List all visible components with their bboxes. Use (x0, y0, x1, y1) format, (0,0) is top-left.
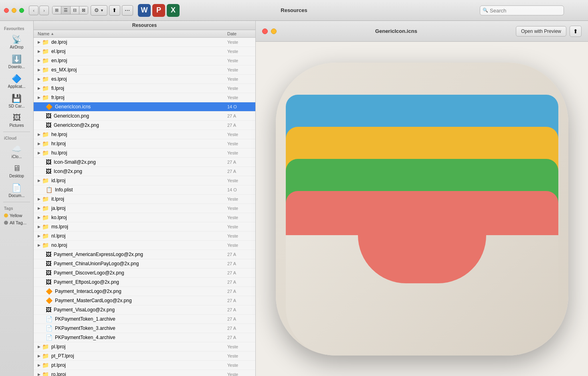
sidebar-tag-all[interactable]: All Tag... (0, 219, 33, 226)
list-item[interactable]: ▶📁id.lprojYeste (34, 176, 255, 185)
file-type-icon: 📋 (46, 187, 53, 193)
nav-arrows: ‹ › (29, 6, 49, 15)
sidebar-tag-yellow[interactable]: Yellow (0, 212, 33, 219)
file-date: Yeste (227, 206, 251, 211)
list-item[interactable]: ▶📁fr.lprojYeste (34, 93, 255, 102)
file-name: en.lproj (51, 58, 227, 63)
list-item[interactable]: 🖼Icon-Small@2x.png27 A (34, 158, 255, 167)
wallet-pocket-curve (358, 235, 486, 283)
list-item[interactable]: 📋Info.plist14 O (34, 185, 255, 195)
file-type-icon: 🖼 (46, 260, 51, 267)
file-name: Payment_InteracLogo@2x.png (55, 289, 227, 294)
maximize-button[interactable] (19, 8, 24, 13)
list-item[interactable]: ▶📁pt_PT.lprojYeste (34, 352, 255, 361)
icon-view-button[interactable]: ⊞ (53, 6, 61, 14)
list-item[interactable]: 🖼Payment_AmericanExpressLogo@2x.png27 A (34, 250, 255, 259)
minimize-button[interactable] (12, 8, 16, 13)
list-item[interactable]: 🖼GenericIcon.png27 A (34, 112, 255, 121)
file-name: fr.lproj (51, 95, 227, 100)
list-item[interactable]: 🔶GenericIcon.icns14 O (34, 102, 255, 112)
file-date: Yeste (227, 141, 251, 146)
list-item[interactable]: ▶📁en.lprojYeste (34, 56, 255, 65)
excel-app-icon[interactable]: X (167, 4, 180, 17)
list-item[interactable]: 🖼Payment_ChinaUnionPayLogo@2x.png27 A (34, 259, 255, 268)
sidebar-item-sdcard[interactable]: 💾 SD Car... (0, 91, 33, 111)
file-date: 27 A (227, 307, 251, 312)
list-item[interactable]: ▶📁pt.lprojYeste (34, 361, 255, 370)
file-type-icon: 📁 (42, 39, 49, 45)
file-type-icon: 📁 (42, 48, 49, 55)
list-item[interactable]: ▶📁ja.lprojYeste (34, 204, 255, 213)
gallery-view-button[interactable]: ⊠ (79, 6, 88, 14)
word-app-icon[interactable]: W (138, 4, 151, 17)
list-item[interactable]: 🖼Payment_EftposLogo@2x.png27 A (34, 278, 255, 287)
list-item[interactable]: ▶📁ms.lprojYeste (34, 222, 255, 232)
list-item[interactable]: ▶📁es_MX.lprojYeste (34, 65, 255, 75)
favorites-label: Favourites (0, 24, 33, 32)
powerpoint-app-icon[interactable]: P (152, 4, 165, 17)
expand-arrow-icon: ▶ (38, 345, 40, 349)
col-date-header[interactable]: Date (227, 31, 251, 36)
list-item[interactable]: ▶📁no.lprojYeste (34, 241, 255, 250)
preview-minimize-button[interactable] (271, 28, 277, 34)
list-item[interactable]: ▶📁it.lprojYeste (34, 195, 255, 204)
column-view-button[interactable]: ⊟ (71, 6, 79, 14)
sidebar-item-documents[interactable]: 📄 Docum... (0, 181, 33, 200)
file-date: 27 A (227, 252, 251, 257)
preview-close-button[interactable] (262, 28, 268, 34)
list-item[interactable]: 🔶Payment_InteracLogo@2x.png27 A (34, 287, 255, 296)
list-item[interactable]: ▶📁hr.lprojYeste (34, 139, 255, 148)
sidebar-item-applications[interactable]: 🔷 Applicat... (0, 71, 33, 91)
file-type-icon: 🖼 (46, 251, 51, 258)
expand-arrow-icon: ▶ (38, 151, 40, 155)
tags-label: Tags (0, 204, 33, 212)
forward-button[interactable]: › (39, 6, 49, 15)
file-name: Payment_EftposLogo@2x.png (54, 279, 227, 285)
list-item[interactable]: ▶📁de.lprojYeste (34, 38, 255, 47)
list-item[interactable]: 🖼Icon@2x.png27 A (34, 167, 255, 176)
back-button[interactable]: ‹ (29, 6, 38, 15)
file-name: ko.lproj (51, 215, 227, 220)
file-type-icon: 🖼 (46, 159, 51, 165)
list-item[interactable]: ▶📁ko.lprojYeste (34, 213, 255, 222)
expand-arrow-icon: ▶ (38, 372, 40, 376)
file-panel: Resources Name ▲ Date ▶📁de.lprojYeste▶📁e… (34, 21, 256, 376)
open-with-preview-button[interactable]: Open with Preview (516, 26, 566, 37)
list-item[interactable]: 📄PKPaymentToken_4.archive27 A (34, 333, 255, 342)
file-date: 27 A (227, 270, 251, 275)
preview-share-button[interactable]: ⬆ (570, 26, 582, 37)
file-type-icon: 📁 (42, 196, 49, 202)
list-item[interactable]: 📄PKPaymentToken_1.archive27 A (34, 315, 255, 324)
list-item[interactable]: 🖼Payment_DiscoverLogo@2x.png27 A (34, 268, 255, 278)
list-item[interactable]: ▶📁he.lprojYeste (34, 130, 255, 139)
file-date: 27 A (227, 317, 251, 321)
list-item[interactable]: 🔶Payment_MasterCardLogo@2x.png27 A (34, 296, 255, 305)
list-item[interactable]: 🖼Payment_VisaLogo@2x.png27 A (34, 305, 255, 315)
list-item[interactable]: 🖼GenericIcon@2x.png27 A (34, 121, 255, 130)
sidebar-item-downloads[interactable]: ⬇️ Downlo... (0, 52, 33, 71)
search-icon: 🔍 (483, 8, 488, 13)
file-name: GenericIcon@2x.png (54, 122, 227, 128)
list-item[interactable]: ▶📁nl.lprojYeste (34, 232, 255, 241)
list-item[interactable]: ▶📁fi.lprojYeste (34, 84, 255, 93)
tag-button[interactable]: ⋯ (122, 5, 133, 16)
close-button[interactable] (4, 8, 9, 13)
search-input[interactable] (480, 5, 564, 15)
list-item[interactable]: ▶📁ro.lprojYeste (34, 370, 255, 376)
list-item[interactable]: ▶📁el.lprojYeste (34, 47, 255, 56)
action-button[interactable]: ⬆ (109, 5, 120, 16)
list-item[interactable]: ▶📁hu.lprojYeste (34, 148, 255, 158)
sidebar-item-pictures[interactable]: 🖼 Pictures (0, 111, 33, 130)
file-type-icon: 📁 (42, 242, 49, 248)
col-name-header[interactable]: Name ▲ (38, 31, 227, 36)
file-date: Yeste (227, 49, 251, 54)
list-item[interactable]: ▶📁pl.lprojYeste (34, 342, 255, 352)
sidebar-item-airdrop[interactable]: 📡 AirDrop (0, 32, 33, 52)
sidebar-item-icloud[interactable]: ☁️ iClo... (0, 142, 33, 161)
list-item[interactable]: 📄PKPaymentToken_3.archive27 A (34, 324, 255, 333)
preview-title: GenericIcon.icns (277, 28, 516, 34)
arrange-button[interactable]: ⚙ ▼ (91, 5, 107, 16)
list-item[interactable]: ▶📁es.lprojYeste (34, 75, 255, 84)
sidebar-item-desktop[interactable]: 🖥 Desktop (0, 161, 33, 181)
list-view-button[interactable]: ☰ (61, 6, 71, 14)
